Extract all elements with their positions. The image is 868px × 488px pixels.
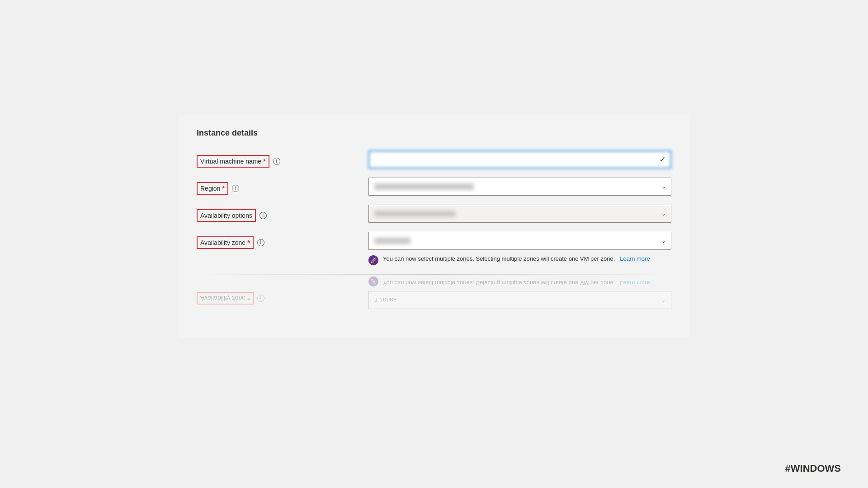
availability-zone-dropdown[interactable] — [368, 232, 671, 250]
reflected-row: Availability zone * i 1 zones — [197, 277, 671, 309]
reflection-divider — [197, 274, 671, 275]
region-required: * — [222, 185, 224, 192]
region-input-col: ⌄ — [368, 178, 671, 196]
region-blurred-value — [374, 183, 474, 190]
availability-options-input-col: ⌄ — [368, 205, 671, 223]
availability-zone-required: * — [247, 239, 250, 246]
availability-zone-label-box: Availability zone * — [197, 236, 254, 249]
vm-name-input-col: ✓ — [368, 150, 671, 169]
info-banner-text: You can now select multiple zones. Selec… — [383, 254, 650, 263]
availability-options-label: Availability options — [200, 212, 252, 219]
availability-options-label-col: Availability options i — [197, 205, 368, 222]
reflected-banner: 🚀 You can now select multiple zones. Sel… — [368, 277, 671, 287]
reflected-banner-text: You can now select multiple zones. Selec… — [383, 278, 650, 287]
region-row: Region * i ⌄ — [197, 178, 671, 196]
section-title: Instance details — [197, 128, 671, 138]
reflected-dropdown: 1 zones ⌄ — [368, 291, 671, 309]
availability-zone-info-icon[interactable]: i — [257, 239, 264, 246]
availability-zone-input-col: ⌄ 🚀 You can now select multiple zones. S… — [368, 232, 671, 265]
availability-zone-blurred-value — [374, 238, 410, 244]
windows-watermark: #WINDOWS — [785, 463, 841, 474]
reflected-label-wrapper: Availability zone * i — [197, 292, 264, 305]
availability-zone-info-banner: 🚀 You can now select multiple zones. Sel… — [368, 254, 671, 265]
availability-zone-label: Availability zone — [200, 239, 245, 246]
reflected-info-icon: i — [257, 295, 264, 302]
availability-options-dropdown-wrapper: ⌄ — [368, 205, 671, 223]
reflected-label-text: Availability zone — [200, 295, 245, 302]
region-dropdown[interactable] — [368, 178, 671, 196]
vm-name-input[interactable] — [368, 150, 671, 169]
vm-name-label: Virtual machine name — [200, 158, 261, 165]
region-label-col: Region * i — [197, 178, 368, 195]
reflected-input-col: 1 zones ⌄ 🚀 You can now select multiple … — [368, 277, 671, 309]
reflected-label-box: Availability zone * — [197, 292, 254, 305]
learn-more-link[interactable]: Learn more — [620, 255, 650, 262]
region-label: Region — [200, 185, 220, 192]
reflected-learn-more: Learn more — [620, 280, 650, 286]
availability-options-row: Availability options i ⌄ — [197, 205, 671, 223]
vm-name-info-icon[interactable]: i — [273, 158, 280, 165]
reflected-banner-icon: 🚀 — [368, 277, 378, 286]
vm-name-label-box: Virtual machine name * — [197, 155, 269, 168]
availability-zone-label-col: Availability zone * i — [197, 232, 368, 249]
form-panel: Instance details Virtual machine name * … — [179, 115, 689, 338]
availability-options-label-box: Availability options — [197, 209, 256, 222]
reflection-area: Availability zone * i 1 zones — [197, 274, 671, 315]
vm-name-check-icon: ✓ — [659, 155, 666, 164]
region-info-icon[interactable]: i — [232, 185, 239, 192]
reflected-required: * — [247, 295, 250, 302]
region-dropdown-wrapper: ⌄ — [368, 178, 671, 196]
reflected-dropdown-field: 1 zones — [368, 291, 671, 309]
availability-zone-dropdown-wrapper: ⌄ — [368, 232, 671, 250]
page-container: Instance details Virtual machine name * … — [0, 0, 868, 488]
availability-options-blurred-value — [374, 211, 456, 217]
availability-options-dropdown[interactable] — [368, 205, 671, 223]
reflection-content: Availability zone * i 1 zones — [197, 277, 671, 309]
availability-options-info-icon[interactable]: i — [259, 212, 267, 219]
region-label-box: Region * — [197, 182, 228, 195]
virtual-machine-name-row: Virtual machine name * i ✓ — [197, 150, 671, 169]
vm-name-required: * — [263, 158, 265, 165]
availability-zone-row: Availability zone * i ⌄ 🚀 — [197, 232, 671, 265]
vm-name-label-col: Virtual machine name * i — [197, 150, 368, 168]
info-banner-rocket-icon: 🚀 — [368, 255, 378, 265]
reflected-chevron: ⌄ — [661, 297, 666, 303]
vm-name-input-wrapper: ✓ — [368, 150, 671, 169]
reflected-label-col: Availability zone * i — [197, 292, 368, 309]
